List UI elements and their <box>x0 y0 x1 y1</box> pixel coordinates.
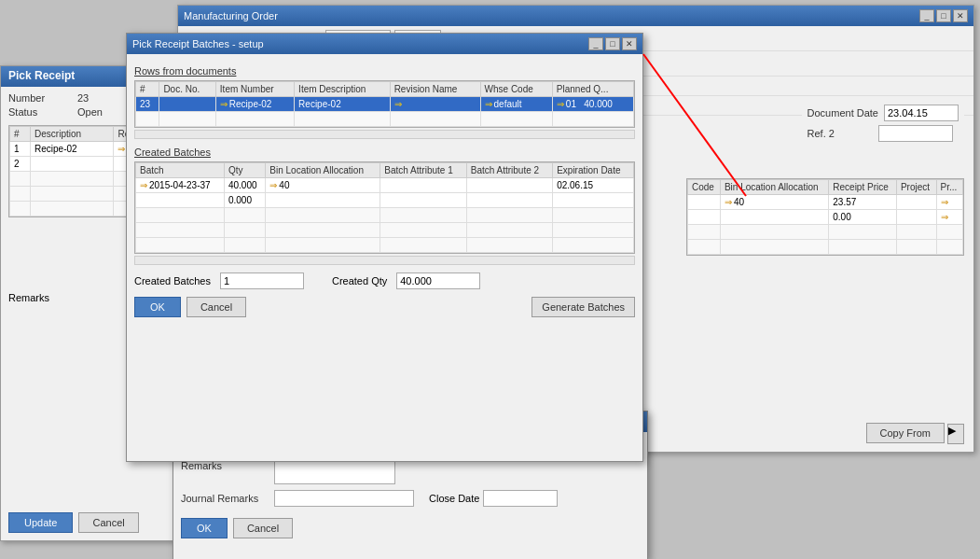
pr-cancel-button[interactable]: Cancel <box>78 512 138 533</box>
batches-cancel-button[interactable]: Cancel <box>186 297 246 317</box>
cell-price2: 0.00 <box>829 210 897 225</box>
pr-remarks-label: Remarks <box>8 292 49 303</box>
batches-footer: Created Batches Created Qty <box>134 273 635 289</box>
mfg-grid: Code Bin Location Allocation Receipt Pri… <box>686 178 964 256</box>
pr-col-desc: Description <box>31 127 114 142</box>
cell-project2 <box>896 210 936 225</box>
arrow-pr-row1: ⇒ <box>117 144 125 154</box>
col-hash: # <box>136 82 159 97</box>
cell-planned: ⇒01 40.000 <box>552 97 633 112</box>
col-itemnum: Item Number <box>215 82 294 97</box>
batch-col-batch: Batch <box>136 163 225 178</box>
batch-col-exp: Expiration Date <box>553 163 634 178</box>
batches-title: Pick Receipt Batches - setup <box>132 38 264 49</box>
rows-docs-scrollbar[interactable] <box>134 130 635 139</box>
mfg-right-panel: Document Date Ref. 2 <box>802 99 964 150</box>
pr-num1: 1 <box>10 142 31 157</box>
batch-name2 <box>136 193 225 208</box>
cell-code <box>688 195 721 210</box>
col-whse: Whse Code <box>480 82 552 97</box>
pr-number-label: Number <box>8 92 74 104</box>
generate-batches-button[interactable]: Generate Batches <box>531 297 635 317</box>
batch-attr2-1 <box>466 178 552 193</box>
created-batches-count-input[interactable] <box>220 273 304 289</box>
journal-remarks-input[interactable] <box>274 490 414 507</box>
update-button[interactable]: Update <box>8 512 73 533</box>
batches-close-btn[interactable]: ✕ <box>622 37 637 50</box>
cell-docno <box>159 97 215 112</box>
rows-docs-table: # Doc. No. Item Number Item Description … <box>135 81 634 127</box>
col-docno: Doc. No. <box>159 82 215 97</box>
ref2-input[interactable] <box>878 125 953 142</box>
batch-attr1-2 <box>380 193 466 208</box>
pr-buttons[interactable]: Update Cancel <box>8 512 139 533</box>
batches-scrollbar[interactable] <box>134 256 635 265</box>
mfg-table-area: Code Bin Location Allocation Receipt Pri… <box>686 178 964 256</box>
col-bin: Bin Location Allocation <box>720 180 828 195</box>
batch-row: ⇒2015-04-23-37 40.000 ⇒40 02.06.15 <box>136 178 634 193</box>
cell-price: 23.57 <box>829 195 897 210</box>
cell-itemnum: ⇒Recipe-02 <box>215 97 294 112</box>
batches-buttons[interactable]: OK Cancel Generate Batches <box>134 297 635 317</box>
arrow-planned: ⇒ <box>557 99 564 109</box>
rows-from-docs-label: Rows from documents <box>134 65 635 77</box>
close-btn[interactable]: ✕ <box>953 9 968 22</box>
created-qty-input[interactable] <box>396 273 480 289</box>
mfg-window-controls[interactable]: _ □ ✕ <box>919 9 968 22</box>
batches-ok-button[interactable]: OK <box>134 297 181 317</box>
col-project: Project <box>896 180 936 195</box>
rows-docs-row: 23 ⇒Recipe-02 Recipe-02 ⇒ ⇒default <box>136 97 634 112</box>
close-date-input[interactable] <box>483 490 558 507</box>
arrow-item: ⇒ <box>220 99 228 109</box>
ref2-label: Ref. 2 <box>807 128 873 139</box>
batch-col-attr2: Batch Attribute 2 <box>466 163 552 178</box>
batches-grid: Batch Qty Bin Location Allocation Batch … <box>134 161 635 254</box>
created-batches-label: Created Batches <box>134 147 635 158</box>
arrow-bin1: ⇒ <box>725 197 732 207</box>
batch-row-empty <box>136 223 634 238</box>
cell-hash: 23 <box>136 97 159 112</box>
copy-from-area[interactable]: Copy From ▶ <box>866 423 964 444</box>
table-row-empty <box>688 240 963 255</box>
batch-qty2: 0.000 <box>224 193 265 208</box>
doc-date-row: Document Date <box>807 105 959 121</box>
minimize-btn[interactable]: _ <box>919 9 934 22</box>
cell-bin: ⇒40 <box>720 195 828 210</box>
batches-restore-btn[interactable]: □ <box>605 37 620 50</box>
batch-exp2 <box>553 193 634 208</box>
mfg-table: Code Bin Location Allocation Receipt Pri… <box>687 179 963 255</box>
batch-col-qty: Qty <box>224 163 265 178</box>
batches-table: Batch Qty Bin Location Allocation Batch … <box>135 162 634 253</box>
arrow-whse: ⇒ <box>485 99 492 109</box>
arrow-batchbin1: ⇒ <box>269 180 277 190</box>
cell-code2 <box>688 210 721 225</box>
journal-remarks-label: Journal Remarks <box>181 493 274 504</box>
ref2-row: Ref. 2 <box>807 125 959 142</box>
bottom-cancel-button[interactable]: Cancel <box>233 518 293 538</box>
batches-minimize-btn[interactable]: _ <box>588 37 603 50</box>
arrow-pr1: ⇒ <box>941 197 948 207</box>
cell-whse: ⇒default <box>480 97 552 112</box>
bottom-dialog-buttons[interactable]: OK Cancel <box>181 518 640 538</box>
batch-exp1: 02.06.15 <box>553 178 634 193</box>
batch-attr2-2 <box>466 193 552 208</box>
doc-date-input[interactable] <box>884 105 959 121</box>
pick-receipt-title-text: Pick Receipt <box>8 69 75 82</box>
batches-window-controls[interactable]: _ □ ✕ <box>588 37 637 50</box>
col-planned: Planned Q... <box>552 82 633 97</box>
table-row: ⇒40 23.57 ⇒ <box>688 195 963 210</box>
col-itemdesc: Item Description <box>295 82 391 97</box>
col-code: Code <box>688 180 721 195</box>
batch-bin2 <box>266 193 380 208</box>
pr-status-label: Status <box>8 106 74 118</box>
pr-desc2 <box>31 157 114 172</box>
col-pr: Pr... <box>936 180 962 195</box>
copy-from-arrow[interactable]: ▶ <box>947 424 964 444</box>
bottom-ok-button[interactable]: OK <box>181 518 228 538</box>
pr-number-value: 23 <box>77 92 89 104</box>
cell-pr2: ⇒ <box>936 210 962 225</box>
restore-btn[interactable]: □ <box>936 9 951 22</box>
pr-status-value: Open <box>77 106 103 118</box>
copy-from-button[interactable]: Copy From <box>866 423 945 443</box>
pr-col-num: # <box>10 127 31 142</box>
